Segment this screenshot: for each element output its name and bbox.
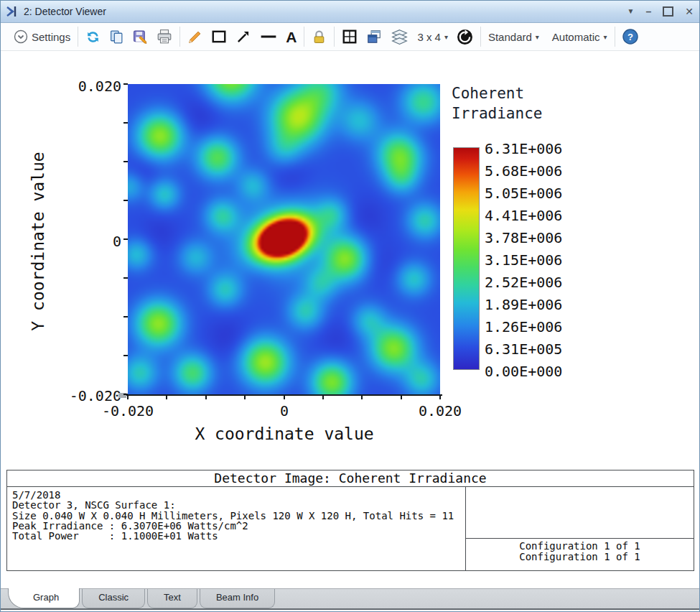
grid-size-dropdown[interactable]: 3 x 4 ▾ [417,31,448,43]
colorbar-tick-label: 3.15E+006 [485,251,562,267]
y-axis-tick [123,355,128,356]
rectangle-tool-icon[interactable] [211,29,227,45]
tab-classic[interactable]: Classic [82,589,145,608]
colorbar-tick-label: 0.00E+000 [485,363,562,379]
y-axis-tick [123,277,128,279]
y-axis-tick [123,316,128,317]
colorbar-tick-label: 4.41E+006 [485,207,562,223]
lock-icon[interactable] [312,29,327,45]
x-axis-tick [166,396,167,399]
colorbar-title: Coherent Irradiance [452,84,542,124]
configuration-cell: Configuration 1 of 1Configuration 1 of 1 [466,539,694,571]
layers-icon[interactable] [391,29,409,45]
line-tool-icon[interactable] [260,29,277,45]
copy-icon[interactable] [109,29,124,45]
layout-label: Standard [488,31,532,43]
arrow-tool-icon[interactable] [235,29,251,45]
reset-view-icon[interactable] [457,29,473,45]
x-axis-tick [361,396,363,399]
colorbar-tick-label: 5.68E+006 [485,162,562,178]
tab-text[interactable]: Text [147,589,197,608]
colorbar-tick-label: 3.78E+006 [485,229,562,245]
x-tick-label: 0.020 [408,402,472,419]
window-title: 2: Detector Viewer [24,6,106,17]
colorbar-tick-label: 6.31E+006 [485,140,562,156]
y-tick-label: -0.020 [64,387,121,403]
y-axis-tick [123,394,128,395]
maximize-icon[interactable] [663,6,673,17]
settings-chevron-icon [14,29,28,44]
y-tick-label: 0 [64,233,121,249]
colormap-dropdown[interactable]: Automatic ▾ [552,31,607,43]
pencil-annotate-icon[interactable] [187,29,202,45]
print-icon[interactable] [157,29,172,45]
x-axis-tick [322,396,324,399]
detector-details-cell: 5/7/2018Detector 3, NSCG Surface 1:Size … [7,487,466,571]
configuration-line: Configuration 1 of 1 [519,551,640,562]
svg-text:?: ? [627,32,633,42]
x-tick-label: 0 [252,402,317,419]
y-axis-title: Y coordinate value [29,152,47,330]
detector-viewer-window: 2: Detector Viewer ▼ – ✕ Settings [0,0,700,612]
detector-info-table: Detector Image: Coherent Irradiance 5/7/… [6,470,694,571]
layout-dropdown[interactable]: Standard ▾ [488,31,539,43]
text-tool-icon[interactable]: A [286,29,297,45]
app-icon [5,4,19,19]
chevron-down-icon: ▾ [536,33,539,41]
y-axis-tick [123,238,128,240]
help-icon[interactable]: ? [622,29,638,45]
colorbar [453,147,480,370]
detector-heatmap [128,84,440,394]
cascade-windows-icon[interactable] [366,29,382,45]
y-axis-tick [123,161,128,162]
grid-size-label: 3 x 4 [417,31,441,43]
x-axis-tick [284,396,285,399]
x-axis-tick [439,396,441,399]
x-axis-tick [205,396,207,399]
x-axis-tick [127,396,129,399]
colormap-label: Automatic [552,31,600,43]
y-axis-tick [123,200,128,201]
chevron-down-icon: ▾ [444,33,448,41]
colorbar-tick-label: 1.89E+006 [485,296,562,312]
y-tick-label: 0.020 [64,78,121,93]
colorbar-tick-label: 2.52E+006 [485,274,562,289]
close-icon[interactable]: ✕ [685,6,694,17]
y-axis-tick [123,122,128,124]
split-window-icon[interactable] [342,29,358,45]
detail-line: Total Power : 1.1000E+01 Watts [12,530,218,542]
x-axis-tick [401,396,402,399]
save-icon[interactable] [133,29,148,45]
chevron-down-icon: ▾ [604,33,607,41]
window-menu-caret-icon[interactable]: ▼ [627,8,635,15]
colorbar-tick-label: 5.05E+006 [485,185,562,200]
settings-button[interactable]: Settings [14,29,70,44]
settings-label: Settings [32,31,70,43]
x-axis-title: X coordinate value [177,425,392,443]
x-tick-label: -0.020 [95,402,160,419]
refresh-icon[interactable] [85,29,101,45]
tab-beam-info[interactable]: Beam Info [200,589,275,608]
y-axis-tick [123,83,128,85]
title-bar[interactable]: 2: Detector Viewer ▼ – ✕ [1,1,699,23]
tab-graph[interactable]: Graph [8,588,80,608]
colorbar-tick-label: 1.26E+006 [485,318,562,334]
toolbar: Settings [1,23,699,51]
x-axis-tick [244,396,246,399]
colorbar-tick-label: 6.31E+005 [485,340,562,356]
table-header: Detector Image: Coherent Irradiance [7,470,694,487]
minimize-icon[interactable]: – [645,6,651,17]
empty-cell [466,487,694,539]
view-tab-strip: Graph Classic Text Beam Info [1,588,699,610]
configuration-line: Configuration 1 of 1 [519,540,640,552]
